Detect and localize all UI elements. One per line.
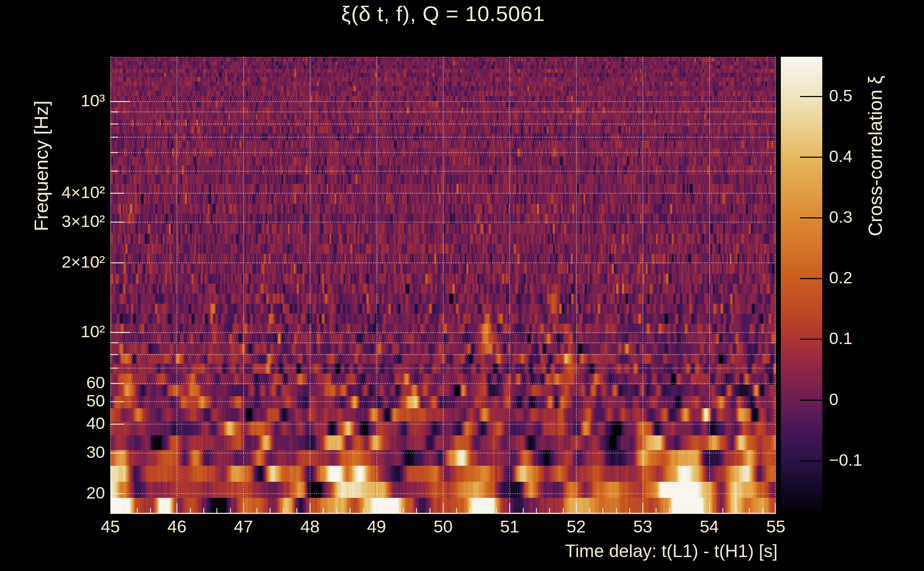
colorbar-tick-label: −0.1 bbox=[829, 451, 862, 468]
x-tick-label: 48 bbox=[285, 518, 335, 536]
x-axis-title: Time delay: t(L1) - t(H1) [s] bbox=[420, 541, 777, 561]
x-tick-label: 51 bbox=[485, 518, 535, 536]
y-tick-label: 10² bbox=[0, 323, 105, 340]
y-tick-label: 50 bbox=[0, 392, 105, 409]
x-tick-label: 52 bbox=[551, 518, 601, 536]
colorbar-tick-label: 0 bbox=[829, 391, 838, 407]
x-tick-label: 49 bbox=[352, 518, 402, 536]
x-tick-label: 53 bbox=[618, 518, 668, 536]
colorbar-tick-label: 0.5 bbox=[829, 87, 852, 104]
x-tick-label: 47 bbox=[218, 518, 269, 536]
x-tick-label: 45 bbox=[85, 518, 135, 536]
y-tick-label: 2×10² bbox=[0, 253, 105, 270]
x-tick-label: 50 bbox=[418, 518, 468, 536]
colorbar-title: Cross-correlation ξ bbox=[864, 76, 886, 236]
colorbar-canvas bbox=[781, 57, 822, 511]
heatmap-canvas bbox=[110, 57, 776, 514]
chart-title: ξ(δ t, f), Q = 10.5061 bbox=[110, 2, 776, 26]
colorbar-tick-label: 0.2 bbox=[829, 269, 852, 286]
colorbar-tick-label: 0.3 bbox=[829, 208, 852, 225]
y-tick-label: 60 bbox=[0, 374, 105, 391]
x-tick-label: 46 bbox=[152, 518, 202, 536]
y-tick-label: 30 bbox=[0, 444, 105, 460]
colorbar-tick-label: 0.4 bbox=[829, 148, 852, 165]
colorbar-tick-label: 0.1 bbox=[829, 330, 852, 347]
spectrogram-figure: ξ(δ t, f), Q = 10.5061 Frequency [Hz] Ti… bbox=[0, 0, 924, 571]
y-tick-label: 40 bbox=[0, 415, 105, 432]
x-tick-label: 55 bbox=[751, 518, 801, 536]
y-tick-label: 4×10² bbox=[0, 184, 105, 201]
y-tick-label: 3×10² bbox=[0, 213, 105, 230]
y-axis-title: Frequency [Hz] bbox=[30, 100, 52, 231]
y-tick-label: 10³ bbox=[0, 92, 105, 109]
y-tick-label: 20 bbox=[0, 484, 105, 501]
x-tick-label: 54 bbox=[685, 518, 734, 536]
